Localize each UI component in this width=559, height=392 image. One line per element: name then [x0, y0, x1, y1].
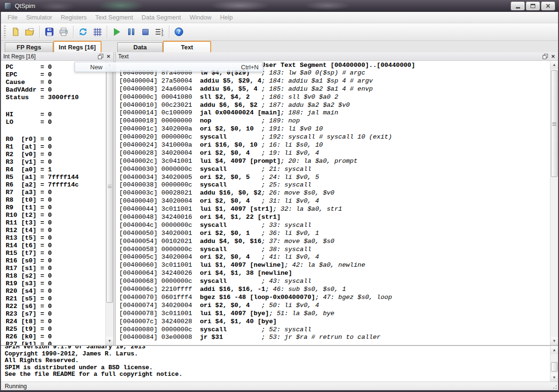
register-row: R6 [a2] = 7ffff14c: [6, 181, 113, 189]
help-button[interactable]: ?: [172, 25, 186, 39]
resize-grip[interactable]: [551, 383, 557, 389]
register-row: R13 [t5] = 0: [6, 234, 113, 242]
minimize-button[interactable]: [511, 1, 525, 10]
register-row: R2 [v0] = 0: [6, 151, 113, 159]
toolbar-separator: [73, 26, 74, 38]
tab-text[interactable]: Text: [163, 41, 211, 52]
register-row: HI = 0: [6, 111, 113, 119]
messages-scrollbar[interactable]: ▲ ▼: [550, 346, 558, 382]
register-row: R10 [t2] = 0: [6, 212, 113, 219]
tab-row: FP RegsInt Regs [16] DataText: [1, 41, 558, 52]
asm-line: [00400010] 00c23021 addu $6, $6, $2 ; 18…: [119, 102, 558, 110]
status-bar: Running: [1, 382, 558, 390]
scrollbar-thumb[interactable]: [551, 70, 558, 177]
pause-button[interactable]: [124, 25, 138, 39]
text-segment-pane[interactable]: User Text Segment [00400000]..[00440000]…: [116, 61, 558, 345]
close-icon: ×: [107, 54, 111, 59]
register-row: R15 [t7] = 0: [6, 250, 113, 257]
grid-icon: [93, 28, 102, 37]
menu-item-new-shortcut: Ctrl+N: [241, 64, 259, 71]
asm-line: [0040005c] 34020004 ori $2, $0, 4 ; 41: …: [119, 253, 558, 261]
menu-popup: New Ctrl+N: [75, 62, 263, 72]
scroll-down-icon[interactable]: ▼: [106, 337, 113, 345]
run-button[interactable]: [110, 25, 124, 39]
asm-line: [00400080] 0000000c syscall ; 52: syscal…: [119, 326, 558, 334]
window-title: QtSpim: [15, 2, 35, 9]
register-row: R27 [k1] = 0: [6, 341, 113, 345]
float-panel-button[interactable]: [541, 53, 549, 60]
asm-line: [00400008] 24a60004 addiu $6, $5, 4 ; 18…: [119, 85, 558, 93]
tab-data[interactable]: Data: [117, 42, 163, 52]
register-row: R16 [s0] = 0: [6, 257, 113, 265]
asm-line: [00400020] 0000000c syscall ; 192: sysca…: [119, 133, 558, 141]
registers-dock-titlebar: Int Regs [16] ×: [1, 52, 113, 61]
menu-registers[interactable]: Registers: [56, 12, 91, 23]
close-panel-button[interactable]: ×: [550, 53, 557, 60]
tab-fp-regs[interactable]: FP Regs: [5, 42, 53, 52]
text-dock-titlebar: Text ×: [116, 52, 558, 61]
step-list-icon: 123: [155, 28, 164, 36]
asm-line: [00400044] 3c011001 lui $1, 4097 [str1];…: [119, 205, 558, 214]
stop-button[interactable]: [138, 25, 152, 39]
register-row: R0 [r0] = 0: [6, 136, 113, 143]
toolbar-separator: [169, 26, 169, 38]
register-row: R1 [at] = 0: [6, 143, 113, 151]
segment-tabs: DataText: [117, 41, 211, 52]
print-button[interactable]: [56, 25, 71, 39]
main-area: Int Regs [16] × PC = 0EPC = 0Cause = 0Ba…: [1, 52, 558, 345]
scroll-down-icon[interactable]: ▼: [550, 337, 558, 345]
menu-file[interactable]: File: [3, 12, 22, 23]
maximize-button[interactable]: [526, 1, 540, 10]
register-row: R5 [a1] = 7ffff144: [6, 174, 113, 181]
status-text: Running: [5, 383, 27, 390]
close-icon: ×: [546, 3, 550, 9]
register-row: Cause = 0: [6, 79, 113, 86]
menu-window[interactable]: Window: [185, 12, 215, 23]
register-row: R12 [t4] = 0: [6, 227, 113, 234]
toolbar-grip[interactable]: [4, 26, 6, 38]
tab-int-regs-16[interactable]: Int Regs [16]: [53, 41, 102, 52]
scroll-up-icon[interactable]: ▲: [550, 61, 558, 69]
text-dock: Text × User Text Segment [00400000]..[00…: [115, 52, 558, 345]
registers-scrollbar[interactable]: ▲ ▼: [105, 61, 113, 345]
register-spacer: [6, 102, 113, 111]
close-icon: ×: [551, 54, 555, 59]
scroll-down-icon[interactable]: ▼: [550, 373, 558, 382]
menu-data-segment[interactable]: Data Segment: [137, 12, 185, 23]
menu-text-segment[interactable]: Text Segment: [91, 12, 138, 23]
register-row: R18 [s2] = 0: [6, 272, 113, 280]
asm-line: [00400070] 0601fff4 bgez $16 -48 [loop-0…: [119, 294, 558, 302]
messages-panel[interactable]: SPIM Version 9.1.9 of January 19, 2013Co…: [1, 345, 558, 382]
reload-button[interactable]: [76, 25, 90, 39]
close-panel-button[interactable]: ×: [105, 53, 112, 60]
register-row: EPC = 0: [6, 71, 113, 79]
registers-grid-button[interactable]: [90, 25, 104, 39]
text-scrollbar[interactable]: ▲ ▼: [550, 61, 558, 345]
register-row: Status = 3000ff10: [6, 94, 113, 102]
asm-line: [00400064] 34240026 ori $4, $1, 38 [newl…: [119, 270, 558, 278]
asm-line: [00400030] 0000000c syscall ; 21: syscal…: [119, 166, 558, 174]
scrollbar-thumb[interactable]: [551, 362, 558, 372]
message-line: See the file README for a full copyright…: [5, 371, 558, 378]
register-row: R7 [a3] = 0: [6, 189, 113, 196]
open-button[interactable]: [23, 25, 37, 39]
menu-item-new[interactable]: New: [90, 64, 102, 71]
registers-dock: Int Regs [16] × PC = 0EPC = 0Cause = 0Ba…: [1, 52, 114, 345]
close-button[interactable]: ×: [541, 1, 555, 10]
asm-line: [00400040] 34020004 ori $2, $0, 4 ; 31: …: [119, 197, 558, 205]
new-button[interactable]: [9, 25, 23, 39]
new-file-icon: [11, 27, 20, 37]
menu-simulator[interactable]: Simulator: [22, 12, 56, 23]
register-spacer: [6, 126, 113, 136]
save-button[interactable]: [42, 25, 56, 39]
menu-help[interactable]: Help: [216, 12, 237, 23]
step-list-button[interactable]: 123: [152, 25, 167, 39]
float-panel-button[interactable]: [97, 53, 104, 60]
registers-pane[interactable]: PC = 0EPC = 0Cause = 0BadVAddr = 0Status…: [1, 61, 113, 345]
registers-dock-title: Int Regs [16]: [3, 53, 96, 60]
asm-line: [0040003c] 00028021 addu $16, $0, $2; 26…: [119, 189, 558, 197]
register-row: R9 [t1] = 0: [6, 204, 113, 212]
asm-line: [00400050] 34020001 ori $2, $0, 1 ; 36: …: [119, 230, 558, 238]
scroll-up-icon[interactable]: ▲: [550, 346, 558, 354]
scrollbar-thumb[interactable]: [106, 70, 113, 303]
